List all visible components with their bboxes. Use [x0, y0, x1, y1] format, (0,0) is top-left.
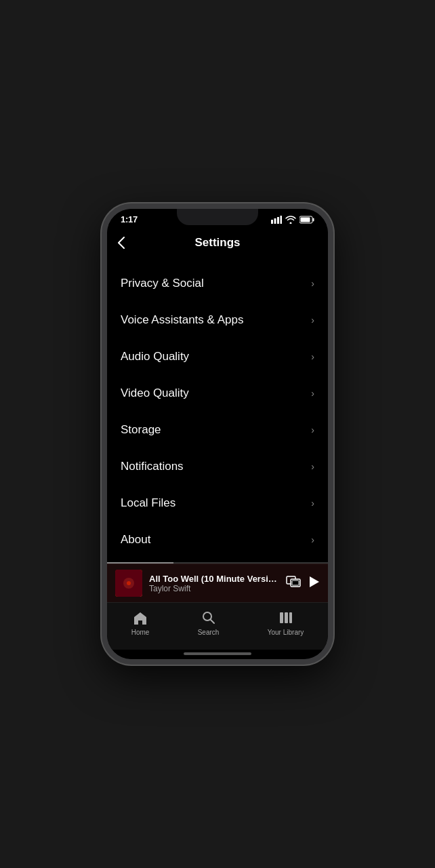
settings-item-label: Audio Quality	[121, 350, 189, 363]
chevron-right-icon: ›	[311, 315, 314, 326]
settings-item-label: Notifications	[121, 460, 184, 473]
nav-header: Settings	[107, 227, 328, 260]
settings-item-label: About	[121, 533, 150, 547]
now-playing-controls	[286, 576, 320, 591]
settings-item-label: Privacy & Social	[121, 277, 204, 290]
now-playing-bar[interactable]: All Too Well (10 Minute Version) ( Taylo…	[107, 564, 328, 602]
svg-rect-1	[274, 218, 276, 224]
chevron-right-icon: ›	[311, 425, 314, 435]
settings-item-voice[interactable]: Voice Assistants & Apps ›	[107, 302, 328, 338]
album-art	[115, 570, 142, 597]
settings-item-label: Local Files	[121, 496, 175, 510]
phone-screen: 1:17	[107, 209, 328, 659]
svg-rect-6	[301, 217, 310, 222]
svg-rect-2	[277, 217, 279, 224]
settings-item-label: Voice Assistants & Apps	[121, 313, 243, 327]
search-icon	[202, 611, 215, 627]
play-button[interactable]	[309, 576, 320, 591]
svg-rect-3	[281, 216, 283, 224]
tab-home-label: Home	[131, 629, 150, 636]
settings-item-local-files[interactable]: Local Files ›	[107, 485, 328, 521]
svg-rect-14	[280, 612, 283, 623]
svg-rect-16	[289, 612, 292, 623]
settings-item-notifications[interactable]: Notifications ›	[107, 448, 328, 485]
chevron-right-icon: ›	[311, 534, 314, 545]
playback-progress-bar	[107, 562, 328, 564]
settings-item-storage[interactable]: Storage ›	[107, 412, 328, 448]
tab-search[interactable]: Search	[184, 608, 233, 639]
svg-point-9	[127, 581, 131, 585]
svg-rect-0	[271, 220, 273, 224]
track-info: All Too Well (10 Minute Version) ( Taylo…	[149, 574, 279, 593]
notch	[177, 209, 258, 225]
tab-search-label: Search	[198, 629, 220, 636]
tab-home[interactable]: Home	[118, 608, 163, 639]
chevron-right-icon: ›	[311, 351, 314, 362]
chevron-right-icon: ›	[311, 498, 314, 509]
home-icon	[133, 611, 148, 627]
status-time: 1:17	[121, 214, 138, 224]
page-title: Settings	[194, 236, 240, 250]
svg-rect-15	[285, 612, 288, 623]
settings-list: Privacy & Social › Voice Assistants & Ap…	[107, 260, 328, 562]
tab-library[interactable]: Your Library	[254, 608, 318, 639]
chevron-right-icon: ›	[311, 461, 314, 472]
chevron-right-icon: ›	[311, 388, 314, 399]
chevron-right-icon: ›	[311, 278, 314, 289]
signal-icon	[271, 216, 282, 224]
tab-bar: Home Search	[107, 602, 328, 650]
playback-progress-fill	[107, 562, 173, 564]
home-indicator	[107, 650, 328, 659]
tab-library-label: Your Library	[268, 629, 304, 636]
wifi-icon	[285, 216, 296, 224]
settings-item-label: Video Quality	[121, 387, 189, 400]
library-icon	[279, 611, 293, 627]
back-button[interactable]	[118, 234, 130, 252]
settings-item-label: Storage	[121, 423, 161, 437]
settings-item-video[interactable]: Video Quality ›	[107, 375, 328, 412]
track-name: All Too Well (10 Minute Version) (	[149, 574, 279, 584]
settings-item-privacy[interactable]: Privacy & Social ›	[107, 265, 328, 302]
settings-item-audio[interactable]: Audio Quality ›	[107, 338, 328, 375]
svg-point-13	[203, 612, 211, 620]
svg-rect-5	[313, 218, 314, 221]
battery-icon	[299, 216, 314, 224]
settings-item-about[interactable]: About ›	[107, 521, 328, 558]
phone-frame: 1:17	[102, 203, 333, 665]
status-icons	[271, 216, 314, 224]
home-indicator-bar	[184, 652, 251, 655]
track-artist: Taylor Swift	[149, 584, 279, 593]
connect-devices-icon[interactable]	[286, 576, 301, 591]
